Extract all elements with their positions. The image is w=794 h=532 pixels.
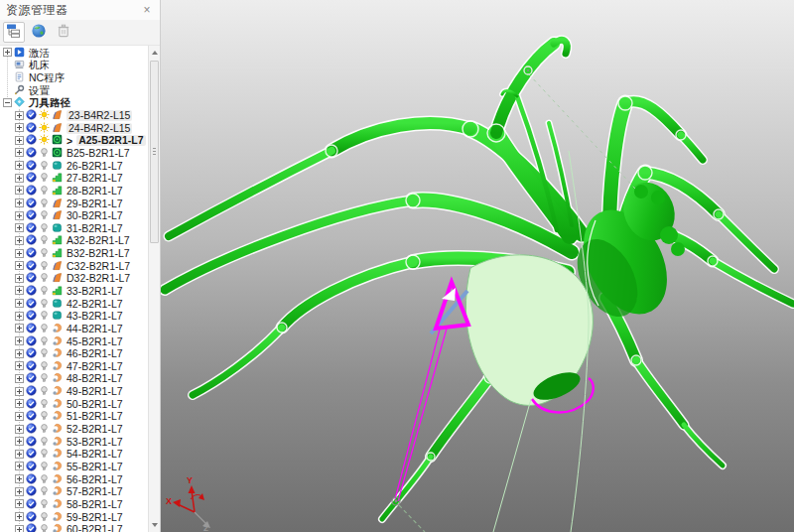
plus-icon[interactable] bbox=[15, 248, 24, 260]
minus-icon[interactable] bbox=[3, 97, 12, 109]
toolpath-item[interactable]: 60-B2R1-L7 bbox=[0, 523, 148, 532]
plus-icon[interactable] bbox=[15, 486, 24, 498]
plus-icon[interactable] bbox=[15, 222, 24, 234]
toolpath-item[interactable]: 57-B2R1-L7 bbox=[0, 485, 148, 498]
toolpath-item[interactable]: 45-B2R1-L7 bbox=[0, 335, 148, 348]
bulb-icon[interactable] bbox=[39, 310, 50, 323]
bulb-icon[interactable] bbox=[39, 523, 50, 532]
plus-icon[interactable] bbox=[15, 298, 24, 310]
toolpath-item[interactable]: B25-B2R1-L7 bbox=[0, 147, 148, 160]
toolpath-item[interactable]: 50-B2R1-L7 bbox=[0, 398, 148, 411]
toolpath-item[interactable]: 42-B2R1-L7 bbox=[0, 298, 148, 311]
toolpath-item[interactable]: 47-B2R1-L7 bbox=[0, 360, 148, 373]
toolpath-item[interactable]: 43-B2R1-L7 bbox=[0, 310, 148, 323]
tree-view-button[interactable] bbox=[3, 22, 25, 43]
toolpath-item[interactable]: 55-B2R1-L7 bbox=[0, 461, 148, 473]
bulb-icon[interactable] bbox=[39, 360, 50, 373]
plus-icon[interactable] bbox=[15, 260, 24, 272]
toolpath-item[interactable]: 31-B2R1-L7 bbox=[0, 222, 148, 235]
bulb-icon[interactable] bbox=[39, 473, 50, 486]
toolpath-item[interactable]: 23-B4R2-L15 bbox=[0, 109, 148, 122]
toolpath-item[interactable]: D32-B2R1-L7 bbox=[0, 273, 148, 286]
plus-icon[interactable] bbox=[15, 198, 24, 209]
trash-button[interactable] bbox=[53, 22, 74, 43]
plus-icon[interactable] bbox=[15, 424, 24, 436]
bulb-icon[interactable] bbox=[39, 160, 50, 173]
plus-icon[interactable] bbox=[15, 411, 24, 423]
bulb-icon[interactable] bbox=[39, 209, 50, 222]
plus-icon[interactable] bbox=[15, 473, 24, 485]
toolpath-item[interactable]: 52-B2R1-L7 bbox=[0, 423, 148, 436]
toolpath-item[interactable]: 46-B2R1-L7 bbox=[0, 347, 148, 360]
bulb-icon[interactable] bbox=[39, 234, 50, 247]
close-icon[interactable]: × bbox=[140, 3, 154, 17]
plus-icon[interactable] bbox=[15, 173, 24, 185]
toolpath-item[interactable]: 49-B2R1-L7 bbox=[0, 385, 148, 398]
plus-icon[interactable] bbox=[15, 323, 24, 334]
plus-icon[interactable] bbox=[15, 185, 24, 197]
bulb-icon[interactable] bbox=[39, 323, 50, 335]
bulb-icon[interactable] bbox=[39, 285, 50, 298]
toolpath-item[interactable]: 28-B2R1-L7 bbox=[0, 185, 148, 198]
bulb-icon[interactable] bbox=[39, 335, 50, 348]
sun-icon[interactable] bbox=[39, 134, 50, 147]
toolpath-item[interactable]: B32-B2R1-L7 bbox=[0, 247, 148, 260]
plus-icon[interactable] bbox=[15, 335, 24, 347]
bulb-icon[interactable] bbox=[39, 398, 50, 411]
plus-icon[interactable] bbox=[15, 160, 24, 172]
plus-icon[interactable] bbox=[15, 147, 24, 159]
plus-icon[interactable] bbox=[15, 348, 24, 360]
bulb-icon[interactable] bbox=[39, 511, 50, 524]
plus-icon[interactable] bbox=[15, 436, 24, 448]
toolpath-item[interactable]: 54-B2R1-L7 bbox=[0, 449, 148, 462]
toolpath-item[interactable]: 51-B2R1-L7 bbox=[0, 411, 148, 424]
bulb-icon[interactable] bbox=[39, 385, 50, 398]
toolpath-item[interactable]: 29-B2R1-L7 bbox=[0, 198, 148, 210]
plus-icon[interactable] bbox=[15, 386, 24, 398]
bulb-icon[interactable] bbox=[39, 185, 50, 198]
plus-icon[interactable] bbox=[15, 461, 24, 472]
toolpath-item[interactable]: >A25-B2R1-L7 bbox=[0, 134, 148, 147]
tree-root-item[interactable]: 激活 bbox=[0, 47, 148, 60]
sun-icon[interactable] bbox=[39, 122, 50, 135]
bulb-icon[interactable] bbox=[39, 372, 50, 385]
toolpath-item[interactable]: 24-B4R2-L15 bbox=[0, 122, 148, 135]
scrollbar-thumb[interactable] bbox=[150, 61, 159, 243]
toolpath-item[interactable]: 27-B2R1-L7 bbox=[0, 172, 148, 185]
bulb-icon[interactable] bbox=[39, 172, 50, 185]
plus-icon[interactable] bbox=[15, 511, 24, 523]
sun-icon[interactable] bbox=[39, 109, 50, 122]
toolpath-item[interactable]: 44-B2R1-L7 bbox=[0, 323, 148, 335]
toolpath-item[interactable]: 56-B2R1-L7 bbox=[0, 473, 148, 486]
toolpath-item[interactable]: C32-B2R1-L7 bbox=[0, 260, 148, 273]
bulb-icon[interactable] bbox=[39, 423, 50, 436]
plus-icon[interactable] bbox=[15, 398, 24, 410]
plus-icon[interactable] bbox=[15, 110, 24, 122]
scroll-up-button[interactable] bbox=[149, 47, 160, 59]
bulb-icon[interactable] bbox=[39, 247, 50, 260]
bulb-icon[interactable] bbox=[39, 347, 50, 360]
toolpath-item[interactable]: 33-B2R1-L7 bbox=[0, 285, 148, 298]
tree-root-item[interactable]: 设置 bbox=[0, 84, 148, 97]
bulb-icon[interactable] bbox=[39, 260, 50, 273]
toolpath-item[interactable]: A32-B2R1-L7 bbox=[0, 235, 148, 248]
plus-icon[interactable] bbox=[15, 122, 24, 134]
toolpath-item[interactable]: 59-B2R1-L7 bbox=[0, 511, 148, 524]
plus-icon[interactable] bbox=[15, 498, 24, 510]
bulb-icon[interactable] bbox=[39, 461, 50, 473]
plus-icon[interactable] bbox=[15, 235, 24, 247]
bulb-icon[interactable] bbox=[39, 198, 50, 210]
tree-root-item[interactable]: 刀具路径 bbox=[0, 97, 148, 110]
bulb-icon[interactable] bbox=[39, 410, 50, 423]
toolpath-item[interactable]: 53-B2R1-L7 bbox=[0, 436, 148, 449]
viewport-3d[interactable]: Y X Z bbox=[161, 0, 794, 532]
bulb-icon[interactable] bbox=[39, 298, 50, 311]
tree-root-item[interactable]: NC程序 bbox=[0, 71, 148, 84]
plus-icon[interactable] bbox=[15, 210, 24, 222]
toolpath-item[interactable]: 48-B2R1-L7 bbox=[0, 373, 148, 386]
toolpath-item[interactable]: 58-B2R1-L7 bbox=[0, 498, 148, 511]
bulb-icon[interactable] bbox=[39, 147, 50, 160]
plus-icon[interactable] bbox=[15, 273, 24, 285]
globe-button[interactable] bbox=[28, 22, 50, 43]
scroll-down-button[interactable] bbox=[149, 519, 160, 531]
